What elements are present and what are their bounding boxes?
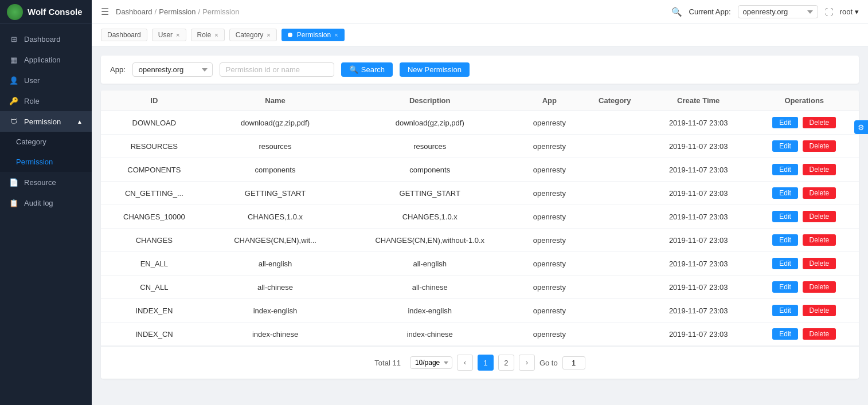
- edit-button[interactable]: Edit: [772, 164, 798, 175]
- delete-button[interactable]: Delete: [803, 187, 836, 199]
- tab-user-label: User: [158, 31, 173, 39]
- delete-button[interactable]: Delete: [803, 328, 836, 340]
- delete-button[interactable]: Delete: [803, 305, 836, 316]
- tab-category[interactable]: Category ×: [229, 29, 277, 41]
- breadcrumb-permission[interactable]: Permission: [159, 7, 196, 16]
- delete-button[interactable]: Delete: [803, 211, 836, 222]
- breadcrumb-sep-2: /: [198, 7, 201, 16]
- table-row: CHANGES_10000 CHANGES,1.0.x CHANGES,1.0.…: [101, 205, 859, 229]
- pagination-size-select[interactable]: 10/page 20/page 50/page: [410, 356, 452, 369]
- sidebar-item-resource[interactable]: 📄 Resource: [0, 172, 92, 192]
- header-user[interactable]: root ▾: [840, 7, 859, 16]
- cell-id: DOWNLOAD: [101, 111, 208, 135]
- pagination-page-2[interactable]: 2: [498, 355, 514, 371]
- user-icon: 👤: [9, 76, 18, 85]
- pagination-goto-input[interactable]: [562, 356, 585, 369]
- filter-app-select[interactable]: openresty.org: [132, 62, 213, 77]
- edit-button[interactable]: Edit: [772, 187, 798, 199]
- cell-app: openresty: [517, 182, 582, 205]
- cell-category: [582, 182, 647, 205]
- header-expand-icon[interactable]: ⛶: [825, 7, 833, 17]
- sidebar-item-role[interactable]: 🔑 Role: [0, 91, 92, 111]
- search-button[interactable]: 🔍 Search: [341, 62, 393, 77]
- new-permission-button[interactable]: New Permission: [400, 62, 470, 77]
- tab-active-dot: [288, 33, 292, 37]
- cell-name: index-english: [208, 299, 343, 323]
- sidebar-item-audit-log[interactable]: 📋 Audit log: [0, 192, 92, 213]
- tab-user[interactable]: User ×: [152, 29, 186, 41]
- sidebar-item-permission[interactable]: 🛡 Permission ▲: [0, 111, 92, 132]
- filter-permission-input[interactable]: [220, 62, 334, 77]
- tab-category-close[interactable]: ×: [267, 32, 270, 38]
- header-right: 🔍 Current App: openresty.org ⛶ root ▾: [671, 5, 859, 18]
- edit-button[interactable]: Edit: [772, 234, 798, 246]
- sidebar-label-resource: Resource: [24, 178, 56, 187]
- sidebar-item-permission-sub[interactable]: Permission: [0, 152, 92, 172]
- tab-user-close[interactable]: ×: [176, 32, 179, 38]
- tab-permission-close[interactable]: ×: [334, 32, 338, 38]
- sidebar-item-user[interactable]: 👤 User: [0, 70, 92, 91]
- pagination-page-1[interactable]: 1: [478, 355, 494, 371]
- table-row: CN_GETTING_... GETTING_START GETTING_STA…: [101, 182, 859, 205]
- tab-role-close[interactable]: ×: [214, 32, 218, 38]
- cell-operations: Edit Delete: [750, 182, 859, 205]
- edit-button[interactable]: Edit: [772, 211, 798, 222]
- delete-button[interactable]: Delete: [803, 117, 836, 128]
- col-create-time: Create Time: [647, 91, 750, 111]
- cell-create-time: 2019-11-07 23:03: [647, 158, 750, 182]
- delete-button[interactable]: Delete: [803, 234, 836, 246]
- cell-app: openresty: [517, 111, 582, 135]
- tab-dashboard[interactable]: Dashboard: [101, 29, 147, 41]
- cell-category: [582, 111, 647, 135]
- header-username: root: [840, 7, 853, 16]
- delete-button[interactable]: Delete: [803, 258, 836, 269]
- tab-permission[interactable]: Permission ×: [281, 29, 345, 41]
- pagination-next[interactable]: ›: [519, 355, 535, 371]
- cell-operations: Edit Delete: [750, 205, 859, 229]
- cell-description: components: [343, 158, 517, 182]
- cell-name: index-chinese: [208, 323, 343, 346]
- sidebar-item-application[interactable]: ▦ Application: [0, 49, 92, 70]
- cell-id: COMPONENTS: [101, 158, 208, 182]
- hamburger-icon[interactable]: ☰: [101, 6, 109, 17]
- cell-create-time: 2019-11-07 23:03: [647, 276, 750, 299]
- cell-id: CN_ALL: [101, 276, 208, 299]
- table-row: DOWNLOAD download(gz,zip,pdf) download(g…: [101, 111, 859, 135]
- cell-name: components: [208, 158, 343, 182]
- cell-id: CHANGES_10000: [101, 205, 208, 229]
- cell-description: index-english: [343, 299, 517, 323]
- cell-name: all-chinese: [208, 276, 343, 299]
- cell-create-time: 2019-11-07 23:03: [647, 229, 750, 252]
- edit-button[interactable]: Edit: [772, 140, 798, 152]
- edit-button[interactable]: Edit: [772, 281, 798, 293]
- cell-description: index-chinese: [343, 323, 517, 346]
- edit-button[interactable]: Edit: [772, 305, 798, 316]
- delete-button[interactable]: Delete: [803, 164, 836, 175]
- tab-role[interactable]: Role ×: [191, 29, 225, 41]
- edit-button[interactable]: Edit: [772, 258, 798, 269]
- cell-description: resources: [343, 135, 517, 158]
- cell-description: all-english: [343, 252, 517, 276]
- sidebar-logo: Wolf Console: [0, 0, 92, 24]
- edit-button[interactable]: Edit: [772, 328, 798, 340]
- cell-create-time: 2019-11-07 23:03: [647, 205, 750, 229]
- cell-category: [582, 299, 647, 323]
- sidebar-item-category[interactable]: Category: [0, 132, 92, 152]
- settings-cog-button[interactable]: ⚙: [854, 120, 868, 134]
- tab-dashboard-label: Dashboard: [107, 31, 141, 39]
- pagination-prev[interactable]: ‹: [457, 355, 473, 371]
- delete-button[interactable]: Delete: [803, 281, 836, 293]
- header-app-select[interactable]: openresty.org: [738, 5, 818, 18]
- tab-category-label: Category: [236, 31, 264, 39]
- cell-name: GETTING_START: [208, 182, 343, 205]
- col-id: ID: [101, 91, 208, 111]
- edit-button[interactable]: Edit: [772, 117, 798, 128]
- cell-operations: Edit Delete: [750, 111, 859, 135]
- current-app-label: Current App:: [689, 7, 731, 16]
- sidebar-item-dashboard[interactable]: ⊞ Dashboard: [0, 29, 92, 49]
- cell-app: openresty: [517, 252, 582, 276]
- header-search-icon[interactable]: 🔍: [671, 7, 682, 17]
- delete-button[interactable]: Delete: [803, 140, 836, 152]
- breadcrumb-dashboard[interactable]: Dashboard: [116, 7, 153, 16]
- filter-app-label: App:: [110, 65, 126, 74]
